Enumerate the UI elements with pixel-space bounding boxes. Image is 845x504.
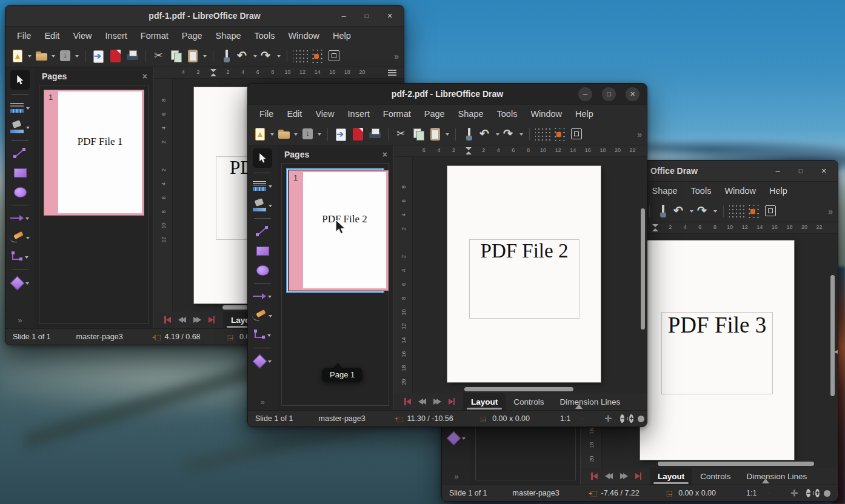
new-document-icon[interactable]	[253, 127, 268, 142]
menu-item[interactable]: Page	[175, 27, 209, 45]
copy-icon[interactable]	[411, 127, 426, 142]
text-frame[interactable]: PDF File 3	[661, 312, 773, 394]
print-icon[interactable]	[125, 48, 140, 64]
dropdown-caret-icon[interactable]	[26, 107, 30, 111]
menu-item[interactable]: Format	[134, 27, 175, 45]
new-document-icon[interactable]	[10, 48, 25, 64]
cut-icon[interactable]	[152, 48, 167, 64]
helplines-icon[interactable]	[569, 127, 584, 142]
undo-icon[interactable]	[672, 204, 687, 219]
line-style-tool[interactable]	[10, 102, 24, 113]
dropdown-caret-icon[interactable]	[75, 55, 79, 59]
horizontal-scrollbar[interactable]	[464, 387, 573, 391]
close-panel-icon[interactable]	[142, 71, 147, 81]
freeform-curve-tool[interactable]	[10, 232, 24, 243]
master-page-indicator[interactable]: master-page3	[314, 414, 370, 423]
snap-to-grid-icon[interactable]	[746, 205, 761, 218]
undo-icon[interactable]	[478, 127, 493, 142]
first-page-button[interactable]	[164, 316, 171, 323]
dropdown-caret-icon[interactable]	[294, 133, 298, 138]
clone-formatting-icon[interactable]	[461, 127, 476, 142]
dropdown-caret-icon[interactable]	[269, 185, 272, 190]
basic-shapes-tool[interactable]	[446, 431, 461, 445]
menu-item[interactable]: Shape	[452, 105, 490, 124]
dropdown-caret-icon[interactable]	[253, 55, 257, 59]
dropdown-caret-icon[interactable]	[270, 133, 274, 138]
toolbar-overflow-icon[interactable]	[637, 130, 642, 139]
menu-item[interactable]: Shape	[646, 182, 684, 201]
first-page-button[interactable]	[591, 472, 598, 480]
paste-icon[interactable]	[185, 48, 201, 64]
minimize-button[interactable]	[337, 9, 350, 22]
page-thumbnail[interactable]: 1 PDF File 1	[44, 90, 144, 216]
line-style-tool[interactable]	[252, 181, 267, 191]
dropdown-caret-icon[interactable]	[267, 334, 271, 339]
menu-item[interactable]: Window	[524, 105, 569, 124]
helplines-icon[interactable]	[327, 48, 342, 64]
snap-to-grid-icon[interactable]	[310, 50, 325, 63]
drawing-canvas[interactable]: PDF File 2	[413, 157, 647, 393]
dropdown-caret-icon[interactable]	[318, 133, 321, 138]
dropdown-caret-icon[interactable]	[52, 55, 55, 59]
tab-layout[interactable]: Layout	[650, 468, 692, 485]
curve-tool[interactable]	[256, 225, 269, 237]
dropdown-caret-icon[interactable]	[713, 210, 717, 214]
display-grid-icon[interactable]	[535, 128, 550, 141]
titlebar[interactable]: pdf-2.pdf - LibreOffice Draw	[248, 84, 647, 105]
dropdown-caret-icon[interactable]	[26, 127, 30, 131]
menu-item[interactable]: Help	[763, 182, 794, 201]
export-pdf-icon[interactable]	[108, 48, 123, 64]
copy-icon[interactable]	[169, 48, 184, 64]
last-page-button[interactable]	[449, 398, 455, 405]
redo-icon[interactable]	[502, 127, 517, 142]
dropdown-caret-icon[interactable]	[28, 55, 32, 59]
tab-layout[interactable]: Layout	[463, 393, 506, 410]
paste-icon[interactable]	[428, 127, 443, 142]
zoom-out-button[interactable]: −	[620, 414, 624, 423]
menu-item[interactable]: Edit	[38, 27, 66, 45]
next-page-button[interactable]	[433, 399, 441, 405]
maximize-button[interactable]	[602, 87, 616, 101]
document-page[interactable]: PDF File 3	[640, 240, 794, 460]
scale-indicator[interactable]: 1:1	[741, 489, 761, 497]
display-grid-icon[interactable]	[293, 50, 308, 63]
dropdown-caret-icon[interactable]	[519, 133, 523, 138]
export-icon[interactable]	[91, 48, 106, 64]
basic-shapes-tool[interactable]	[10, 276, 24, 290]
horizontal-scrollbar[interactable]	[658, 462, 814, 466]
first-page-button[interactable]	[404, 398, 411, 405]
curve-tool[interactable]	[13, 147, 27, 159]
dropdown-caret-icon[interactable]	[690, 210, 693, 214]
strip-overflow-icon[interactable]	[18, 316, 22, 325]
menu-item[interactable]: Tools	[490, 105, 524, 124]
connector-tool[interactable]	[11, 251, 23, 263]
ellipse-tool[interactable]	[14, 187, 27, 197]
minimize-button[interactable]	[771, 164, 784, 177]
line-arrow-tool[interactable]	[253, 293, 266, 299]
print-icon[interactable]	[367, 127, 382, 142]
zoom-in-button[interactable]: +	[629, 414, 633, 423]
menu-item[interactable]: Window	[718, 182, 763, 201]
next-page-button[interactable]	[193, 317, 201, 323]
clone-formatting-icon[interactable]	[655, 204, 670, 219]
save-icon[interactable]	[300, 127, 315, 142]
previous-page-button[interactable]	[605, 473, 613, 479]
redo-icon[interactable]	[259, 48, 275, 64]
menu-item[interactable]: View	[66, 27, 98, 45]
scale-indicator[interactable]: 1:1	[555, 414, 575, 423]
menu-item[interactable]: Shape	[209, 27, 248, 45]
helplines-icon[interactable]	[763, 204, 778, 219]
dropdown-caret-icon[interactable]	[269, 205, 272, 209]
maximize-button[interactable]	[360, 9, 373, 22]
redo-icon[interactable]	[696, 204, 711, 219]
menu-item[interactable]: Format	[376, 105, 418, 124]
master-page-indicator[interactable]: master-page3	[72, 333, 128, 341]
dropdown-caret-icon[interactable]	[277, 55, 281, 59]
menu-item[interactable]: Insert	[99, 27, 134, 45]
menu-item[interactable]: Tools	[248, 27, 282, 45]
strip-overflow-icon[interactable]	[454, 472, 458, 481]
tab-controls[interactable]: Controls	[692, 468, 738, 485]
open-icon[interactable]	[276, 127, 292, 142]
dropdown-caret-icon[interactable]	[25, 282, 29, 287]
connector-tool[interactable]	[253, 329, 266, 341]
